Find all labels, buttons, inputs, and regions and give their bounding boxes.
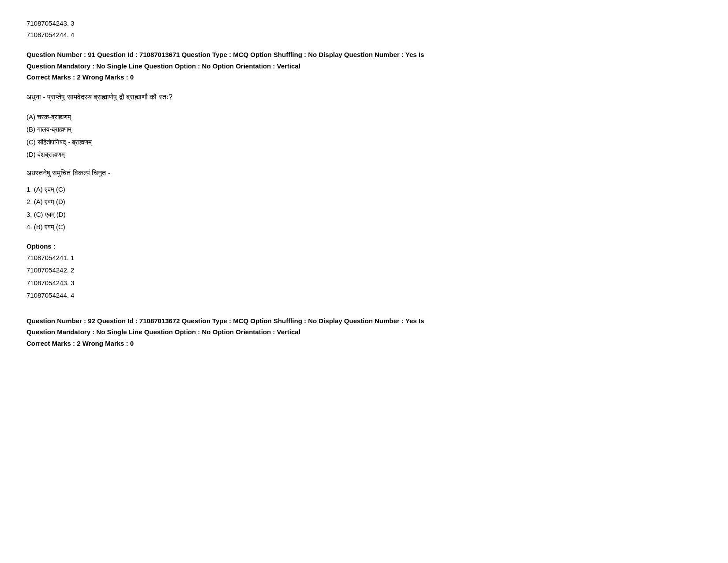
list-item: (D) वंशब्राह्मणम् [26, 148, 702, 161]
question-92-meta-line2: Question Mandatory : No Single Line Ques… [26, 326, 702, 338]
list-item: 71087054241. 1 [26, 252, 702, 264]
top-option-4: 71087054244. 4 [26, 29, 702, 41]
question-91-text: अधुना - प्राप्तेषु सामवेदस्य ब्राह्माणेष… [26, 91, 702, 103]
question-92-meta: Question Number : 92 Question Id : 71087… [26, 315, 702, 349]
question-91-sub-question: अधस्तनेषु समुचितं विकल्पं चिनुत - [26, 169, 702, 177]
list-item: 71087054243. 3 [26, 277, 702, 290]
list-item: 3. (C) एवम् (D) [26, 208, 702, 221]
question-91-mcq-options: (A) चरक-ब्राह्मणम् (B) गालव-ब्राह्मणम् (… [26, 111, 702, 161]
list-item: 2. (A) एवम् (D) [26, 196, 702, 208]
top-option-3: 71087054243. 3 [26, 18, 702, 29]
list-item: 1. (A) एवम् (C) [26, 183, 702, 196]
top-options-section: 71087054243. 3 71087054244. 4 [26, 18, 702, 40]
list-item: (B) गालव-ब्राह्मणम् [26, 123, 702, 136]
question-92-meta-line1: Question Number : 92 Question Id : 71087… [26, 315, 702, 327]
question-91-answer-options: 1. (A) एवम् (C) 2. (A) एवम् (D) 3. (C) ए… [26, 183, 702, 234]
list-item: (A) चरक-ब्राह्मणम् [26, 111, 702, 124]
list-item: 71087054244. 4 [26, 289, 702, 302]
list-item: (C) संहितोपनिषद् - ब्राह्मणम् [26, 136, 702, 149]
options-label: Options : [26, 242, 702, 250]
question-92-meta-line3: Correct Marks : 2 Wrong Marks : 0 [26, 338, 702, 349]
question-91-meta-line3: Correct Marks : 2 Wrong Marks : 0 [26, 72, 702, 83]
list-item: 4. (B) एवम् (C) [26, 221, 702, 234]
question-91-meta-line1: Question Number : 91 Question Id : 71087… [26, 49, 702, 60]
list-item: 71087054242. 2 [26, 264, 702, 277]
question-91-meta: Question Number : 91 Question Id : 71087… [26, 49, 702, 83]
question-91-meta-line2: Question Mandatory : No Single Line Ques… [26, 60, 702, 72]
question-91-option-ids: 71087054241. 1 71087054242. 2 7108705424… [26, 252, 702, 302]
